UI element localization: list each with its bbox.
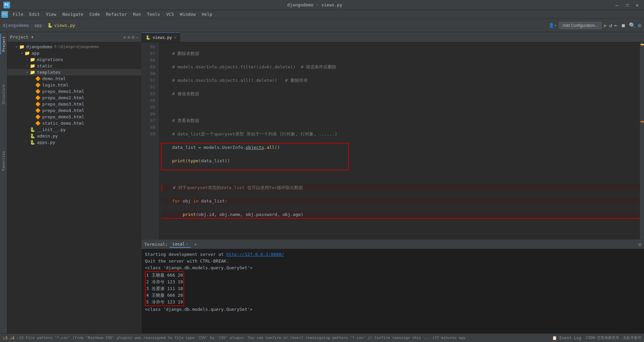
line-92: # data_list是一个queryset类型 类似于一个列表 [行对象, 行… (162, 131, 644, 137)
left-vtabs: Project Structure Favorites (0, 32, 7, 342)
profile-icon[interactable]: 👤▾ (549, 23, 557, 28)
menu-navigate[interactable]: Navigate (60, 11, 86, 18)
tree-prepo4[interactable]: 🔶 prepo_demo4.html (7, 107, 141, 114)
static-folder-icon: 📁 (30, 63, 36, 68)
tab-label: views.py (153, 35, 172, 40)
minimize-button[interactable]: — (613, 2, 620, 8)
terminal-settings-icon[interactable]: ⚙ (639, 242, 641, 247)
menu-file[interactable] (12, 4, 16, 6)
root-folder-icon: 📁 (19, 44, 25, 49)
prepo3-icon: 🔶 (35, 102, 41, 107)
add-configuration-button[interactable]: Add Configuration... (559, 22, 602, 29)
menu-edit[interactable]: Edit (26, 11, 42, 18)
favorites-vtab[interactable]: Favorites (1, 148, 6, 174)
right-gutter (640, 42, 644, 239)
menu-view[interactable]: View (43, 11, 59, 18)
locate-icon[interactable]: ⊙ (123, 35, 126, 40)
prepo1-icon: 🔶 (35, 89, 41, 94)
stop-button[interactable]: ⏹ (620, 22, 627, 29)
options-icon[interactable]: ⚙ (131, 35, 134, 40)
line-91: # 查看表数据 (162, 117, 644, 124)
terminal-content[interactable]: Starting development server at http://12… (142, 249, 644, 333)
search-icon[interactable]: 🔍 (629, 22, 636, 28)
main-layout: Project Structure Favorites Project ▾ ⊙ … (0, 32, 644, 342)
pc-logo: PC (1, 11, 8, 18)
title-bar-left: PC (3, 2, 16, 8)
apps-py-label: apps.py (37, 140, 55, 145)
app-arrow: ▾ (19, 51, 24, 55)
static-label: static (37, 63, 53, 68)
code-content[interactable]: # 删除表数据 # models.UserInfo.objects.filter… (158, 42, 644, 239)
tree-static[interactable]: › 📁 static (7, 63, 141, 69)
templates-folder-icon: 📁 (30, 70, 36, 75)
tab-views-py[interactable]: 🐍 views.py ✕ (142, 33, 180, 42)
ok-count-icon: ✓10 (16, 336, 24, 340)
breadcrumb-sep1: › (30, 23, 33, 28)
breadcrumb-file[interactable]: 🐍 views.py (47, 23, 75, 28)
title-bar: PC djangodemo - views.py — ❐ ✕ (0, 0, 644, 10)
tree-prepo5[interactable]: 🔶 prepo_demo5.html (7, 114, 141, 120)
prepo5-icon: 🔶 (35, 114, 41, 119)
tree-login-html[interactable]: 🔶 login.html (7, 82, 141, 88)
tab-close-icon[interactable]: ✕ (174, 35, 176, 40)
line-86: # 删除表数据 (162, 50, 644, 57)
tree-init-py[interactable]: 🐍 __init__.py (7, 126, 141, 133)
toolbar: djangodemo › app › 🐍 views.py 👤▾ Add Con… (0, 19, 644, 32)
add-icon[interactable]: ⊕ (638, 22, 641, 29)
static-demo-icon: 🔶 (35, 121, 41, 126)
prepo2-label: prepo_demo2.html (42, 95, 84, 100)
terminal-tab-local[interactable]: Local ✕ (170, 241, 191, 248)
project-vtab[interactable]: Project (0, 34, 7, 54)
menu-code[interactable]: Code (87, 11, 103, 18)
menu-tools[interactable]: Tools (144, 11, 163, 18)
static-demo-label: static_demo.html (42, 121, 84, 126)
maximize-button[interactable]: ❐ (624, 2, 630, 8)
tree-app-folder[interactable]: ▾ 📁 app (7, 50, 141, 56)
tree-apps-py[interactable]: 🐍 apps.py (7, 139, 141, 146)
event-log-button[interactable]: 📋 Event Log (550, 335, 583, 341)
collapse-icon[interactable]: ≡ (127, 35, 130, 40)
migrations-folder-icon: 📁 (30, 57, 36, 62)
structure-vtab[interactable]: Structure (1, 82, 6, 107)
migrations-arrow: › (25, 58, 30, 61)
breadcrumb-root[interactable]: djangodemo (3, 23, 29, 28)
menu-help[interactable]: Help (199, 11, 215, 18)
minimize-panel-icon[interactable]: — (136, 35, 139, 40)
local-tab-close[interactable]: ✕ (186, 242, 188, 246)
breadcrumb-app[interactable]: app (34, 23, 42, 28)
init-py-icon: 🐍 (30, 127, 36, 132)
menu-file[interactable]: File (10, 11, 26, 18)
menu-window[interactable]: Window (177, 11, 199, 18)
file-tree: ▾ 📁 djangodemo F:\Django\djangodemo ▾ 📁 … (7, 42, 141, 147)
term-row-5: 5 冷亦兮 123 19 (146, 299, 183, 305)
code-editor[interactable]: 86 87 88 89 90 91 92 93 94 95 96 97 98 9… (142, 42, 644, 239)
add-terminal-button[interactable]: + (193, 241, 198, 248)
tree-root[interactable]: ▾ 📁 djangodemo F:\Django\djangodemo (7, 44, 141, 50)
back-button[interactable]: ← (614, 22, 618, 28)
line-87: # models.UserInfo.objects.filter(id=6).d… (162, 64, 644, 70)
close-button[interactable]: ✕ (634, 2, 641, 8)
run-button[interactable]: ▶ (604, 22, 607, 28)
reload-button[interactable]: ↺ (609, 22, 612, 28)
tree-demo-html[interactable]: 🔶 demo.html (7, 75, 141, 82)
sidebar-title: Project ▾ (10, 35, 120, 40)
prepo4-label: prepo_demo4.html (42, 108, 84, 113)
menu-vcs[interactable]: VCS (163, 11, 176, 18)
tree-templates[interactable]: ▾ 📁 templates (7, 69, 141, 75)
templates-label: templates (37, 70, 60, 75)
tree-prepo3[interactable]: 🔶 prepo_demo3.html (7, 101, 141, 107)
term-row-4: 4 王晓曼 666 20 (146, 292, 183, 299)
tree-admin-py[interactable]: 🐍 admin.py (7, 133, 141, 139)
bottom-panel: Terminal: Local ✕ + ⚙ Starting developme… (142, 239, 644, 333)
term-row-1: 1 王晓曼 666 20 (146, 272, 183, 279)
line-94: print(type(data_list)) (162, 158, 644, 164)
menu-run[interactable]: Run (130, 11, 144, 18)
tree-prepo2[interactable]: 🔶 prepo_demo2.html (7, 95, 141, 101)
tree-static-demo[interactable]: 🔶 static_demo.html (7, 120, 141, 126)
tree-migrations[interactable]: › 📁 migrations (7, 56, 141, 63)
server-url[interactable]: http://127.0.0.1:8000/ (226, 252, 284, 257)
tree-prepo1[interactable]: 🔶 prepo_demo1.html (7, 88, 141, 95)
line-95 (162, 171, 644, 178)
menu-refactor[interactable]: Refactor (103, 11, 130, 18)
status-bar: ⚠3 ⚠4 ✓10 File pattern '*.csv' (from 'Ra… (0, 333, 644, 342)
